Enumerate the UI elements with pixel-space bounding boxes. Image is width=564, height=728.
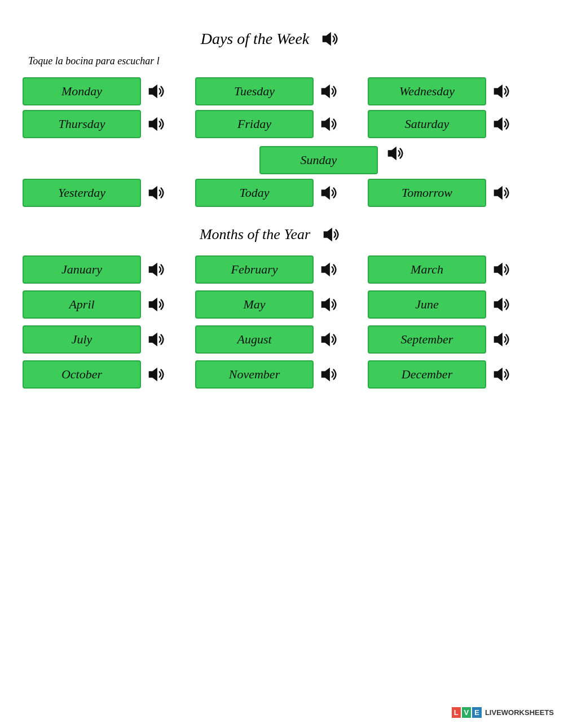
svg-marker-5: [321, 117, 330, 131]
sunday-unit: Sunday: [259, 143, 429, 174]
logo-text: LIVEWORKSHEETS: [485, 708, 554, 717]
saturday-btn[interactable]: Saturday: [368, 110, 486, 138]
monday-unit: Monday: [23, 77, 190, 105]
svg-marker-17: [494, 298, 503, 312]
logo-l: L: [452, 707, 461, 718]
tomorrow-unit: Tomorrow: [368, 179, 535, 207]
june-unit: June: [368, 290, 535, 319]
wednesday-btn[interactable]: Wednesday: [368, 77, 486, 105]
wednesday-sound[interactable]: [491, 81, 512, 102]
months-row-2: April May June: [23, 290, 547, 319]
svg-marker-15: [149, 298, 157, 312]
svg-marker-10: [494, 186, 503, 200]
november-btn[interactable]: November: [195, 360, 314, 389]
october-btn[interactable]: October: [23, 360, 141, 389]
wednesday-unit: Wednesday: [368, 77, 535, 105]
svg-marker-18: [149, 333, 157, 347]
thursday-sound[interactable]: [146, 113, 167, 135]
svg-marker-4: [149, 117, 157, 131]
october-unit: October: [23, 360, 190, 389]
yesterday-sound[interactable]: [146, 182, 167, 204]
december-sound[interactable]: [491, 364, 512, 385]
monday-btn[interactable]: Monday: [23, 77, 141, 105]
logo-boxes: L V E: [452, 707, 482, 718]
march-unit: March: [368, 255, 535, 284]
svg-marker-2: [321, 85, 330, 99]
july-sound[interactable]: [146, 329, 167, 350]
december-btn[interactable]: December: [368, 360, 486, 389]
sunday-sound[interactable]: [385, 143, 406, 164]
december-unit: December: [368, 360, 535, 389]
tomorrow-sound[interactable]: [491, 182, 512, 204]
days-of-week-title: Days of the Week: [17, 28, 547, 50]
svg-marker-9: [321, 186, 330, 200]
months-row-4: October November December: [23, 360, 547, 389]
august-sound[interactable]: [318, 329, 340, 350]
months-row-3: July August September: [23, 325, 547, 354]
november-unit: November: [195, 360, 362, 389]
may-sound[interactable]: [318, 294, 340, 315]
days-row-2: Thursday Friday Saturday: [23, 110, 547, 138]
svg-marker-1: [149, 85, 157, 99]
yesterday-unit: Yesterday: [23, 179, 190, 207]
svg-marker-12: [149, 263, 157, 277]
days-row-1: Monday Tuesday Wednesday: [23, 77, 547, 105]
august-unit: August: [195, 325, 362, 354]
tuesday-sound[interactable]: [318, 81, 340, 102]
svg-marker-3: [494, 85, 503, 99]
today-btn[interactable]: Today: [195, 179, 314, 207]
saturday-sound[interactable]: [491, 113, 512, 135]
march-btn[interactable]: March: [368, 255, 486, 284]
february-sound[interactable]: [318, 259, 340, 280]
months-title-sound[interactable]: [320, 224, 342, 245]
friday-sound[interactable]: [318, 113, 340, 135]
months-row-1: January February March: [23, 255, 547, 284]
friday-btn[interactable]: Friday: [195, 110, 314, 138]
june-btn[interactable]: June: [368, 290, 486, 319]
january-sound[interactable]: [146, 259, 167, 280]
svg-marker-11: [324, 228, 332, 242]
monday-sound[interactable]: [146, 81, 167, 102]
subtitle: Toque la bocina para escuchar l: [28, 55, 547, 67]
svg-marker-21: [149, 368, 157, 382]
svg-marker-23: [494, 368, 503, 382]
july-btn[interactable]: July: [23, 325, 141, 354]
may-btn[interactable]: May: [195, 290, 314, 319]
january-btn[interactable]: January: [23, 255, 141, 284]
svg-marker-8: [149, 186, 157, 200]
sunday-btn[interactable]: Sunday: [259, 146, 378, 174]
february-unit: February: [195, 255, 362, 284]
svg-marker-6: [494, 117, 503, 131]
april-sound[interactable]: [146, 294, 167, 315]
tomorrow-btn[interactable]: Tomorrow: [368, 179, 486, 207]
time-words-row: Yesterday Today Tomorrow: [23, 179, 547, 207]
yesterday-btn[interactable]: Yesterday: [23, 179, 141, 207]
april-unit: April: [23, 290, 190, 319]
friday-unit: Friday: [195, 110, 362, 138]
may-unit: May: [195, 290, 362, 319]
september-sound[interactable]: [491, 329, 512, 350]
september-btn[interactable]: September: [368, 325, 486, 354]
august-btn[interactable]: August: [195, 325, 314, 354]
march-sound[interactable]: [491, 259, 512, 280]
thursday-unit: Thursday: [23, 110, 190, 138]
february-btn[interactable]: February: [195, 255, 314, 284]
title-sound-icon[interactable]: [319, 28, 341, 50]
april-btn[interactable]: April: [23, 290, 141, 319]
october-sound[interactable]: [146, 364, 167, 385]
svg-marker-7: [388, 147, 396, 161]
thursday-btn[interactable]: Thursday: [23, 110, 141, 138]
tuesday-btn[interactable]: Tuesday: [195, 77, 314, 105]
logo-v: V: [462, 707, 472, 718]
june-sound[interactable]: [491, 294, 512, 315]
today-unit: Today: [195, 179, 362, 207]
july-unit: July: [23, 325, 190, 354]
logo-e: E: [472, 707, 482, 718]
liveworksheets-logo: L V E LIVEWORKSHEETS: [452, 707, 554, 718]
november-sound[interactable]: [318, 364, 340, 385]
today-sound[interactable]: [318, 182, 340, 204]
svg-marker-0: [323, 32, 331, 46]
svg-marker-22: [321, 368, 330, 382]
svg-marker-13: [321, 263, 330, 277]
tuesday-unit: Tuesday: [195, 77, 362, 105]
